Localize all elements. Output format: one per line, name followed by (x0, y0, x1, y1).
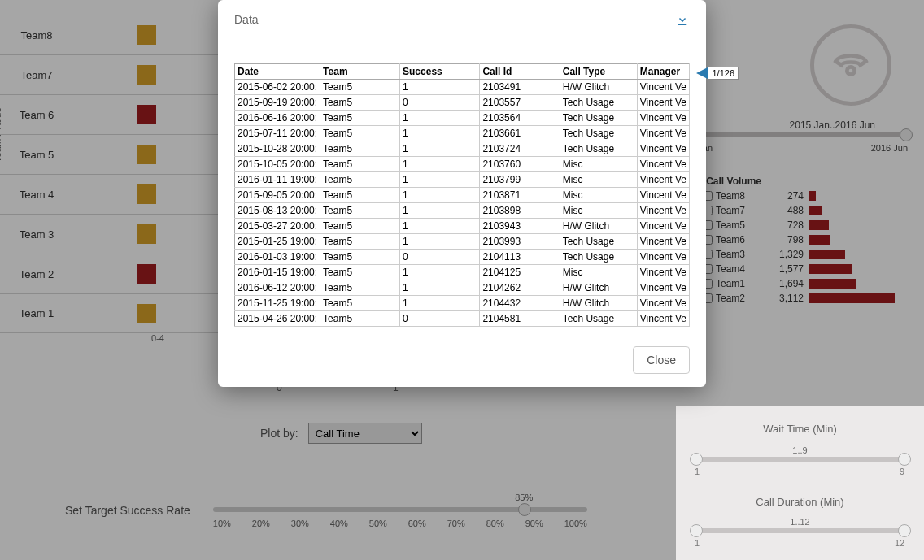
table-cell: 1 (400, 280, 480, 296)
table-row[interactable]: 2015-10-28 20:00:Team512103724Tech Usage… (235, 141, 690, 157)
table-cell: 1 (400, 141, 480, 157)
table-cell: Team5 (320, 265, 400, 280)
table-cell: Tech Usage (560, 126, 637, 141)
page-indicator: 1/126 (696, 67, 739, 80)
table-cell: Team5 (320, 219, 400, 234)
table-row[interactable]: 2016-01-11 19:00:Team512103799MiscVincen… (235, 172, 690, 188)
table-cell: 2016-06-16 20:00: (235, 111, 320, 126)
table-row[interactable]: 2015-08-13 20:00:Team512103898MiscVincen… (235, 203, 690, 219)
table-cell: Misc (560, 172, 637, 188)
call-duration-knob-left[interactable] (690, 524, 703, 537)
table-cell: 1 (400, 234, 480, 250)
table-row[interactable]: 2015-11-25 19:00:Team512104432H/W Glitch… (235, 296, 690, 311)
table-cell: 1 (400, 172, 480, 188)
column-header[interactable]: Call Id (480, 64, 560, 80)
table-cell: 0 (400, 311, 480, 327)
column-header[interactable]: Manager (637, 64, 689, 80)
table-cell: Misc (560, 203, 637, 219)
table-cell: Vincent Ve (637, 80, 689, 95)
table-cell: H/W Glitch (560, 219, 637, 234)
table-cell: 2103760 (480, 157, 560, 172)
table-row[interactable]: 2015-10-05 20:00:Team512103760MiscVincen… (235, 157, 690, 172)
table-cell: Vincent Ve (637, 188, 689, 203)
table-cell: 1 (400, 203, 480, 219)
table-cell: 2103898 (480, 203, 560, 219)
table-cell: Vincent Ve (637, 280, 689, 296)
wait-time-right-tick: 9 (900, 467, 904, 476)
table-cell: 2016-01-11 19:00: (235, 172, 320, 188)
table-cell: Tech Usage (560, 111, 637, 126)
table-row[interactable]: 2016-01-03 19:00:Team502104113Tech Usage… (235, 250, 690, 265)
table-row[interactable]: 2015-09-05 20:00:Team512103871MiscVincen… (235, 188, 690, 203)
table-cell: 1 (400, 296, 480, 311)
table-cell: H/W Glitch (560, 80, 637, 95)
table-cell: Team5 (320, 126, 400, 141)
table-row[interactable]: 2015-09-19 20:00:Team502103557Tech Usage… (235, 95, 690, 111)
table-row[interactable]: 2016-06-16 20:00:Team512103564Tech Usage… (235, 111, 690, 126)
table-cell: Team5 (320, 203, 400, 219)
table-cell: 2104125 (480, 265, 560, 280)
table-cell: Vincent Ve (637, 311, 689, 327)
table-cell: 2016-01-15 19:00: (235, 265, 320, 280)
table-cell: 1 (400, 265, 480, 280)
table-cell: 1 (400, 157, 480, 172)
table-cell: Vincent Ve (637, 111, 689, 126)
wait-time-knob-left[interactable] (690, 453, 703, 466)
table-cell: 1 (400, 126, 480, 141)
column-header[interactable]: Call Type (560, 64, 637, 80)
table-cell: 2015-06-02 20:00: (235, 80, 320, 95)
table-cell: Vincent Ve (637, 172, 689, 188)
table-cell: Team5 (320, 111, 400, 126)
table-cell: Misc (560, 265, 637, 280)
table-row[interactable]: 2015-07-11 20:00:Team512103661Tech Usage… (235, 126, 690, 141)
table-cell: 1 (400, 188, 480, 203)
table-cell: 2103661 (480, 126, 560, 141)
table-cell: Vincent Ve (637, 296, 689, 311)
table-cell: 2103491 (480, 80, 560, 95)
table-cell: 2015-07-11 20:00: (235, 126, 320, 141)
wait-time-knob-right[interactable] (898, 453, 911, 466)
close-button[interactable]: Close (633, 346, 690, 374)
modal-title: Data (234, 13, 690, 26)
table-cell: 1 (400, 219, 480, 234)
table-cell: H/W Glitch (560, 296, 637, 311)
table-cell: Vincent Ve (637, 126, 689, 141)
table-cell: Team5 (320, 172, 400, 188)
table-cell: 2015-10-28 20:00: (235, 141, 320, 157)
table-cell: 2103993 (480, 234, 560, 250)
table-cell: Vincent Ve (637, 234, 689, 250)
table-cell: 2104113 (480, 250, 560, 265)
table-cell: 2015-04-26 20:00: (235, 311, 320, 327)
table-row[interactable]: 2015-04-26 20:00:Team502104581Tech Usage… (235, 311, 690, 327)
column-header[interactable]: Team (320, 64, 400, 80)
table-cell: 2015-08-13 20:00: (235, 203, 320, 219)
call-duration-left-tick: 1 (695, 538, 700, 548)
data-table: DateTeamSuccessCall IdCall TypeManager 2… (234, 63, 690, 327)
table-cell: 2104432 (480, 296, 560, 311)
table-cell: Team5 (320, 141, 400, 157)
table-cell: Misc (560, 157, 637, 172)
table-row[interactable]: 2015-03-27 20:00:Team512103943H/W Glitch… (235, 219, 690, 234)
wait-time-slider[interactable] (695, 457, 906, 462)
table-row[interactable]: 2015-01-25 19:00:Team512103993Tech Usage… (235, 234, 690, 250)
table-cell: Vincent Ve (637, 250, 689, 265)
table-cell: 2103564 (480, 111, 560, 126)
table-cell: 2104262 (480, 280, 560, 296)
table-cell: Team5 (320, 157, 400, 172)
table-row[interactable]: 2016-01-15 19:00:Team512104125MiscVincen… (235, 265, 690, 280)
table-cell: Team5 (320, 95, 400, 111)
table-cell: Vincent Ve (637, 157, 689, 172)
table-row[interactable]: 2016-06-12 20:00:Team512104262H/W Glitch… (235, 280, 690, 296)
call-duration-caption: 1..12 (676, 517, 924, 527)
column-header[interactable]: Success (400, 64, 480, 80)
table-cell: 2103943 (480, 219, 560, 234)
call-duration-slider[interactable] (695, 528, 906, 533)
table-row[interactable]: 2015-06-02 20:00:Team512103491H/W Glitch… (235, 80, 690, 95)
table-cell: 2103557 (480, 95, 560, 111)
table-cell: 2103871 (480, 188, 560, 203)
download-button[interactable] (675, 13, 690, 31)
call-duration-knob-right[interactable] (898, 524, 911, 537)
table-cell: Team5 (320, 234, 400, 250)
table-cell: H/W Glitch (560, 280, 637, 296)
column-header[interactable]: Date (235, 64, 320, 80)
